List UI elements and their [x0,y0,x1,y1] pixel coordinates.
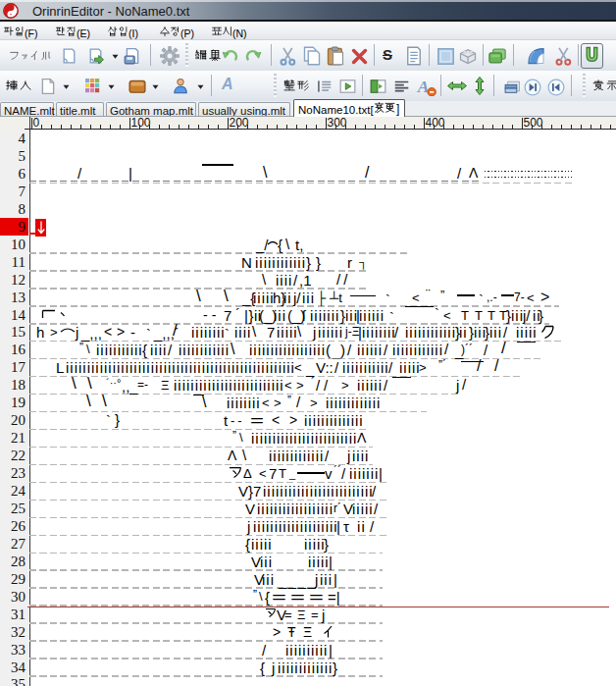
svg-text:A: A [417,77,430,96]
